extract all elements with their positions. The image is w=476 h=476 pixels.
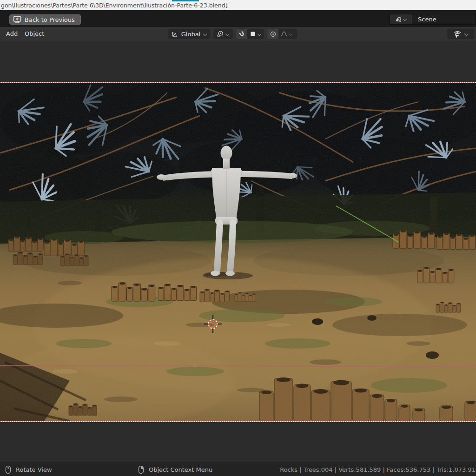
right-mouse-icon (138, 465, 145, 474)
rotate-view-hint: Rotate View (5, 463, 52, 476)
circle-dot-icon (270, 31, 277, 38)
object-visibility-dropdown[interactable] (447, 29, 474, 39)
chevron-down-icon (464, 32, 469, 36)
rotate-view-label: Rotate View (16, 466, 52, 473)
rendered-scene (0, 83, 476, 421)
scene-selector: Scene (390, 14, 476, 25)
scene-name-value: Scene (418, 16, 436, 23)
menu-add[interactable]: Add (5, 27, 19, 41)
chevron-down-icon (203, 32, 207, 36)
pivot-point-dropdown[interactable] (213, 29, 233, 39)
proportional-falloff-dropdown[interactable] (278, 31, 295, 37)
back-to-previous-button[interactable]: Back to Previous (9, 14, 81, 25)
os-title-bar: gon\Ilustraciones\Partes\Parte 6\3D\Envi… (0, 0, 476, 10)
render-noise (0, 83, 476, 421)
smooth-curve-icon (280, 31, 288, 37)
context-menu-label: Object Context Menu (149, 466, 212, 473)
context-menu-hint: Object Context Menu (138, 463, 212, 476)
window-title: gon\Ilustraciones\Partes\Parte 6\3D\Envi… (1, 2, 228, 9)
3d-viewport[interactable] (0, 41, 476, 463)
chevron-down-icon (258, 32, 262, 36)
proportional-editing-group (267, 29, 297, 39)
proportional-editing-toggle[interactable] (267, 29, 278, 39)
scene-icon (394, 16, 402, 23)
square-icon (250, 31, 256, 37)
snap-target-dropdown[interactable] (247, 31, 264, 37)
chevron-down-icon (289, 32, 293, 36)
blender-window: gon\Ilustraciones\Partes\Parte 6\3D\Envi… (0, 0, 476, 476)
chevron-down-icon (403, 17, 407, 21)
scene-browse-button[interactable] (390, 14, 411, 25)
scene-name-field[interactable]: Scene (411, 14, 476, 25)
viewport-header: Add Object Global (0, 27, 476, 41)
camera-border-bottom (0, 421, 476, 422)
header-widgets: Global (168, 29, 297, 39)
scene-statistics: Rocks | Trees.004 | Verts:581,589 | Face… (280, 463, 476, 476)
snap-toggle-button[interactable] (236, 29, 247, 39)
eye-cursor-icon (453, 30, 462, 39)
background-accent-strip (172, 0, 199, 1)
pivot-icon (217, 30, 224, 38)
back-button-label: Back to Previous (25, 16, 75, 23)
magnet-icon (238, 31, 245, 38)
monitor-back-arrow-icon (13, 16, 21, 24)
menu-object[interactable]: Object (23, 27, 46, 41)
axes-icon (171, 30, 178, 38)
status-bar: Rotate View Object Context Menu Rocks | … (0, 463, 476, 476)
middle-mouse-icon (5, 465, 12, 474)
transform-orientation-dropdown[interactable]: Global (168, 29, 210, 39)
snapping-group (236, 29, 264, 39)
transform-orientation-value: Global (180, 31, 201, 38)
topbar: Back to Previous Scene (0, 10, 476, 27)
chevron-down-icon (225, 32, 230, 36)
